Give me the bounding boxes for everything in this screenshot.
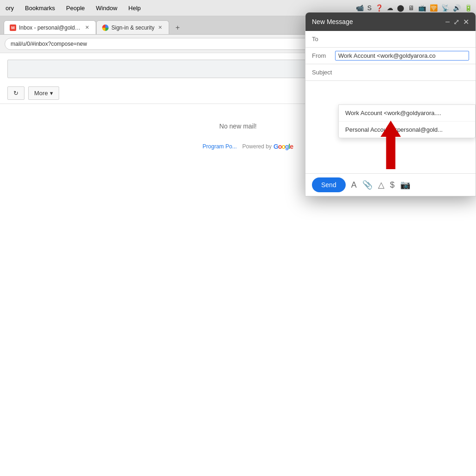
compose-from-value[interactable]: Work Account <work@goldyarora.co	[335, 51, 469, 61]
refresh-icon: ↻	[13, 90, 18, 97]
compose-title: New Message	[312, 18, 353, 25]
format-text-icon[interactable]: A	[351, 180, 357, 190]
menu-bar-right: 📹 S ❓ ☁ ⬤ 🖥 📺 🛜 📡 🔊 🔋	[356, 4, 472, 12]
compose-to-input[interactable]	[335, 36, 469, 43]
drive-icon[interactable]: △	[378, 180, 384, 190]
more-arrow-icon: ▾	[50, 90, 53, 97]
powered-by: Powered by Google	[242, 143, 293, 150]
volume-icon: 🔊	[453, 4, 461, 12]
compose-window: New Message – ⤢ ✕ To From Work Account <…	[305, 12, 476, 196]
arrow-shaft	[386, 137, 395, 169]
compose-minimize-icon[interactable]: –	[445, 18, 450, 26]
battery-icon: 🔋	[464, 4, 472, 12]
attach-icon[interactable]: 📎	[362, 180, 372, 190]
no-new-mail-text: No new mail!	[220, 122, 257, 130]
menu-help[interactable]: Help	[127, 4, 143, 12]
help-icon: ❓	[375, 4, 383, 12]
menu-bar-items: ory Bookmarks People Window Help	[4, 4, 143, 12]
scripty-icon: S	[367, 4, 372, 12]
more-label: More	[34, 90, 48, 97]
red-arrow-indicator	[372, 121, 409, 169]
circle-icon: ⬤	[397, 4, 404, 12]
compose-subject-input[interactable]	[335, 69, 469, 76]
airplay-icon: 📺	[418, 4, 426, 12]
tab-gmail-close[interactable]: ✕	[84, 24, 90, 31]
compose-to-label: To	[312, 36, 335, 43]
cloud-icon: ☁	[387, 4, 393, 12]
compose-header: New Message – ⤢ ✕	[305, 12, 476, 31]
google-logo: Google	[274, 143, 293, 150]
powered-by-label: Powered by	[242, 143, 271, 150]
arrow-head	[380, 121, 401, 137]
wifi-icon: 🛜	[430, 4, 438, 12]
compose-close-icon[interactable]: ✕	[463, 18, 469, 26]
cast-icon: 📡	[441, 4, 449, 12]
menu-window[interactable]: Window	[94, 4, 119, 12]
money-icon[interactable]: $	[390, 180, 395, 190]
menu-history[interactable]: ory	[4, 4, 16, 12]
more-button[interactable]: More ▾	[28, 86, 59, 100]
tab-security[interactable]: Sign-in & security ✕	[96, 20, 169, 34]
search-input[interactable]	[12, 65, 325, 73]
compose-footer: Send A 📎 △ $ 📷	[305, 173, 476, 196]
video-icon: 📹	[356, 4, 364, 12]
gmail-content: ▾ ↻ More ▾ No new mail! Program Po... Po…	[0, 53, 476, 196]
from-option-work[interactable]: Work Account <work@goldyarora....	[339, 105, 475, 122]
tab-security-title: Sign-in & security	[111, 24, 154, 31]
compose-subject-label: Subject	[312, 69, 335, 76]
compose-header-icons: – ⤢ ✕	[445, 18, 469, 26]
menu-people[interactable]: People	[64, 4, 86, 12]
compose-subject-field: Subject	[305, 64, 476, 81]
gmail-footer: Program Po... Powered by Google	[0, 134, 300, 159]
menu-bookmarks[interactable]: Bookmarks	[23, 4, 57, 12]
compose-from-label: From	[312, 52, 335, 59]
google-favicon	[102, 24, 109, 31]
tab-gmail-title: Inbox - personal@goldyarora.c	[19, 24, 81, 31]
compose-to-field: To	[305, 31, 476, 48]
tab-security-close[interactable]: ✕	[157, 24, 163, 31]
compose-from-field: From Work Account <work@goldyarora.co Wo…	[305, 48, 476, 64]
gmail-favicon: M	[10, 24, 16, 31]
new-tab-button[interactable]: +	[171, 21, 184, 34]
search-input-wrap: ▾	[7, 60, 336, 78]
tab-gmail[interactable]: M Inbox - personal@goldyarora.c ✕	[4, 20, 96, 34]
refresh-button[interactable]: ↻	[7, 86, 24, 100]
program-policy-link[interactable]: Program Po...	[202, 143, 237, 150]
compose-expand-icon[interactable]: ⤢	[453, 18, 459, 26]
monitor-icon: 🖥	[408, 4, 415, 12]
send-button[interactable]: Send	[312, 177, 346, 192]
photo-icon[interactable]: 📷	[400, 180, 410, 190]
